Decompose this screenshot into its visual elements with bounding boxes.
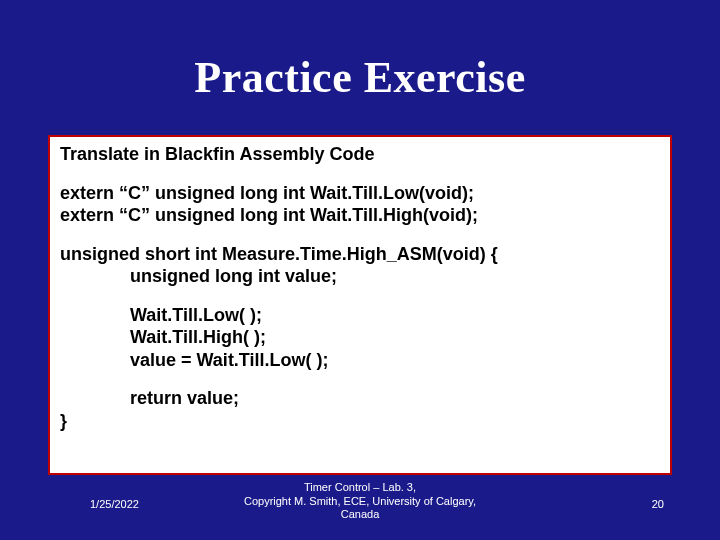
code-var-decl: unsigned long int value; (60, 265, 660, 288)
blank-line (60, 227, 660, 243)
blank-line (60, 288, 660, 304)
code-extern-1: extern “C” unsigned long int Wait.Till.L… (60, 182, 660, 205)
code-close-brace: } (60, 410, 660, 433)
footer-line-1: Timer Control – Lab. 3, (304, 481, 416, 493)
footer-attribution: Timer Control – Lab. 3, Copyright M. Smi… (0, 481, 720, 522)
slide: Practice Exercise Translate in Blackfin … (0, 0, 720, 540)
footer-line-3: Canada (341, 508, 380, 520)
code-assign: value = Wait.Till.Low( ); (60, 349, 660, 372)
footer-page-number: 20 (652, 498, 664, 510)
footer-line-2: Copyright M. Smith, ECE, University of C… (244, 495, 476, 507)
content-box: Translate in Blackfin Assembly Code exte… (48, 135, 672, 475)
blank-line (60, 371, 660, 387)
code-call-1: Wait.Till.Low( ); (60, 304, 660, 327)
slide-title: Practice Exercise (0, 52, 720, 103)
exercise-instruction: Translate in Blackfin Assembly Code (60, 143, 660, 166)
code-fn-decl: unsigned short int Measure.Time.High_ASM… (60, 243, 660, 266)
code-return: return value; (60, 387, 660, 410)
code-extern-2: extern “C” unsigned long int Wait.Till.H… (60, 204, 660, 227)
code-call-2: Wait.Till.High( ); (60, 326, 660, 349)
footer: 1/25/2022 Timer Control – Lab. 3, Copyri… (0, 488, 720, 528)
